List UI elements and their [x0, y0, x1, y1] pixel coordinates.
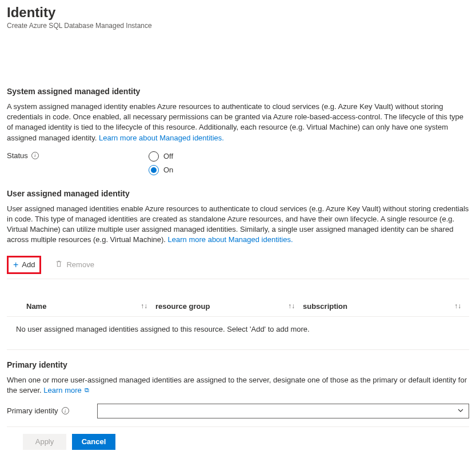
radio-on-label: On	[163, 166, 173, 174]
status-label: Status i	[7, 151, 149, 160]
remove-button-label: Remove	[66, 260, 94, 269]
identities-empty-message: No user assigned managed identities assi…	[7, 317, 469, 341]
footer-bar: Apply Cancel	[7, 426, 469, 450]
section-user-heading: User assigned managed identity	[7, 189, 469, 198]
radio-icon	[149, 165, 159, 175]
add-button[interactable]: + Add	[7, 256, 41, 274]
status-radio-off[interactable]: Off	[149, 151, 469, 162]
identities-table-header: Name ↑↓ resource group ↑↓ subscription ↑…	[7, 296, 469, 317]
remove-button: Remove	[50, 256, 98, 273]
primary-learn-more-link[interactable]: Learn more ⧉	[43, 386, 89, 394]
trash-icon	[55, 260, 63, 269]
external-link-icon: ⧉	[83, 386, 89, 393]
primary-learn-more-text: Learn more	[43, 386, 81, 394]
info-icon[interactable]: i	[62, 407, 69, 414]
cancel-button[interactable]: Cancel	[72, 434, 115, 450]
section-primary-desc: When one or more user-assigned managed i…	[7, 375, 469, 396]
primary-identity-label: Primary identity i	[7, 406, 93, 415]
primary-identity-label-text: Primary identity	[7, 406, 58, 415]
plus-icon: +	[13, 260, 18, 270]
section-primary-heading: Primary identity	[7, 360, 469, 369]
sort-icon: ↑↓	[141, 302, 147, 310]
column-name[interactable]: Name ↑↓	[7, 302, 155, 311]
divider	[7, 279, 469, 279]
column-rg-label: resource group	[155, 302, 210, 311]
section-system-heading: System assigned managed identity	[7, 87, 469, 96]
status-label-text: Status	[7, 151, 28, 160]
sort-icon: ↑↓	[454, 302, 461, 310]
add-button-label: Add	[22, 260, 35, 269]
primary-identity-select[interactable]	[97, 404, 469, 418]
page-title: Identity	[7, 5, 469, 21]
divider	[7, 349, 469, 350]
column-sub-label: subscription	[303, 302, 347, 311]
user-learn-more-link[interactable]: Learn more about Managed identities.	[168, 235, 293, 244]
sort-icon: ↑↓	[288, 302, 295, 310]
info-icon[interactable]: i	[31, 152, 39, 159]
chevron-down-icon	[457, 406, 464, 416]
radio-icon	[149, 151, 159, 162]
column-resource-group[interactable]: resource group ↑↓	[155, 302, 303, 311]
status-radio-on[interactable]: On	[149, 165, 469, 175]
column-name-label: Name	[26, 302, 46, 311]
page-subtitle: Create Azure SQL Database Managed Instan…	[7, 22, 469, 30]
system-learn-more-link[interactable]: Learn more about Managed identities.	[99, 134, 224, 142]
radio-off-label: Off	[163, 152, 173, 160]
system-desc-text: A system assigned managed identity enabl…	[7, 102, 463, 142]
section-system-desc: A system assigned managed identity enabl…	[7, 102, 469, 143]
section-user-desc: User assigned managed identities enable …	[7, 204, 469, 245]
column-subscription[interactable]: subscription ↑↓	[303, 302, 469, 311]
apply-button: Apply	[23, 434, 66, 450]
